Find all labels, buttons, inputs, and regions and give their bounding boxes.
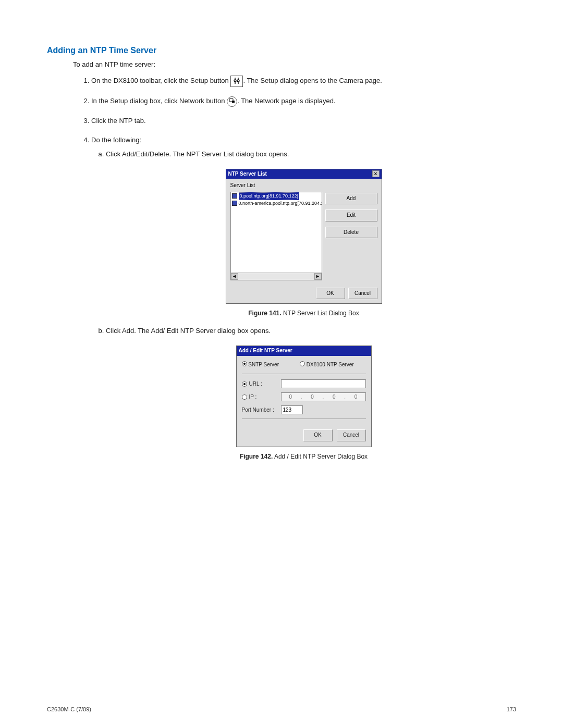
server-icon [232,193,237,199]
sntp-radio-group[interactable]: SNTP Server [242,361,279,369]
substep-b: Click Add. The Add/ Edit NTP Server dial… [106,326,516,336]
caption-text: NTP Server List Dialog Box [282,310,359,317]
scroll-right-icon[interactable]: ► [314,273,322,280]
svg-rect-3 [232,101,235,103]
step-2-text-a: In the Setup dialog box, click Network b… [91,97,225,105]
ok-button[interactable]: OK [316,288,345,300]
edit-button[interactable]: Edit [325,209,377,221]
figure-141-caption: Figure 141. NTP Server List Dialog Box [91,309,516,318]
step-4: Do the following: Click Add/Edit/Delete.… [91,135,516,461]
ip-seg: 0 [325,393,344,401]
add-button[interactable]: Add [325,193,377,205]
caption-label: Figure 141. [248,310,281,317]
footer-page-number: 173 [507,706,516,712]
ip-seg: 0 [303,393,322,401]
caption-text: Add / Edit NTP Server Dialog Box [273,453,368,460]
url-label: URL : [249,380,262,388]
url-input[interactable] [281,379,366,388]
url-radio-group[interactable]: URL : [242,380,281,388]
dx-radio-group[interactable]: DX8100 NTP Server [300,361,354,369]
section-heading: Adding an NTP Time Server [47,46,516,55]
sntp-label: SNTP Server [248,362,279,367]
dialog-title: NTP Server List [228,170,267,178]
svg-point-0 [234,80,236,82]
caption-label: Figure 142. [240,453,273,460]
dialog-titlebar: NTP Server List × [226,169,382,179]
figure-142: Add / Edit NTP Server SNTP Server DX8100… [91,346,516,447]
radio-icon [242,381,247,387]
scroll-left-icon[interactable]: ◄ [231,273,238,280]
divider [242,374,366,374]
network-icon [227,96,237,107]
page-footer: C2630M-C (7/09) 173 [47,706,516,712]
ip-seg: 0 [347,393,365,401]
step-4-text: Do the following: [91,136,141,144]
substeps-cont: Click Add. The Add/ Edit NTP Server dial… [106,326,516,336]
divider [242,418,366,419]
step-3: Click the NTP tab. [91,116,516,126]
cancel-button[interactable]: Cancel [337,429,366,441]
horizontal-scrollbar[interactable]: ◄ ► [231,273,322,280]
figure-142-caption: Figure 142. Add / Edit NTP Server Dialog… [91,452,516,461]
footer-left: C2630M-C (7/09) [47,706,91,712]
radio-icon [300,361,305,366]
step-1: On the DX8100 toolbar, click the Setup b… [91,76,516,87]
ip-seg: 0 [282,393,300,401]
ntp-server-list-dialog: NTP Server List × Server List 0.pool.ntp… [226,169,382,304]
figure-141: NTP Server List × Server List 0.pool.ntp… [91,169,516,304]
setup-icon [230,76,243,87]
delete-button[interactable]: Delete [325,227,377,239]
port-input[interactable] [281,405,303,414]
radio-icon [242,394,247,400]
list-item-text: 0.north-america.pool.ntp.org[70.91.204.1 [239,200,322,207]
list-item[interactable]: 0.pool.ntp.org[81.91.70.122] [231,192,322,200]
dialog-titlebar: Add / Edit NTP Server [237,346,371,356]
ip-radio-group[interactable]: IP : [242,393,281,401]
radio-icon [242,361,247,366]
server-icon [232,201,237,206]
step-1-text-b: . The Setup dialog opens to the Camera p… [243,77,382,84]
ok-button[interactable]: OK [303,429,333,441]
add-edit-ntp-dialog: Add / Edit NTP Server SNTP Server DX8100… [236,346,372,447]
list-item[interactable]: 0.north-america.pool.ntp.org[70.91.204.1 [231,200,322,207]
cancel-button[interactable]: Cancel [348,288,377,300]
step-2-text-b: . The Network page is displayed. [237,97,335,105]
port-label: Port Number : [242,406,281,414]
ip-input[interactable]: 0. 0. 0. 0 [281,392,366,401]
substep-a: Click Add/Edit/Delete. The NPT Server Li… [106,150,516,159]
steps-list: On the DX8100 toolbar, click the Setup b… [91,76,516,461]
substeps: Click Add/Edit/Delete. The NPT Server Li… [106,150,516,159]
ip-label: IP : [249,393,257,401]
svg-point-1 [237,80,239,82]
server-listbox[interactable]: 0.pool.ntp.org[81.91.70.122] 0.north-ame… [230,192,322,280]
list-item-text: 0.pool.ntp.org[81.91.70.122] [239,192,300,200]
dx-label: DX8100 NTP Server [307,362,354,367]
step-1-text-a: On the DX8100 toolbar, click the Setup b… [91,77,229,84]
intro-text: To add an NTP time server: [73,60,516,68]
step-2: In the Setup dialog box, click Network b… [91,96,516,107]
server-list-label: Server List [230,182,377,190]
close-icon[interactable]: × [372,170,380,177]
